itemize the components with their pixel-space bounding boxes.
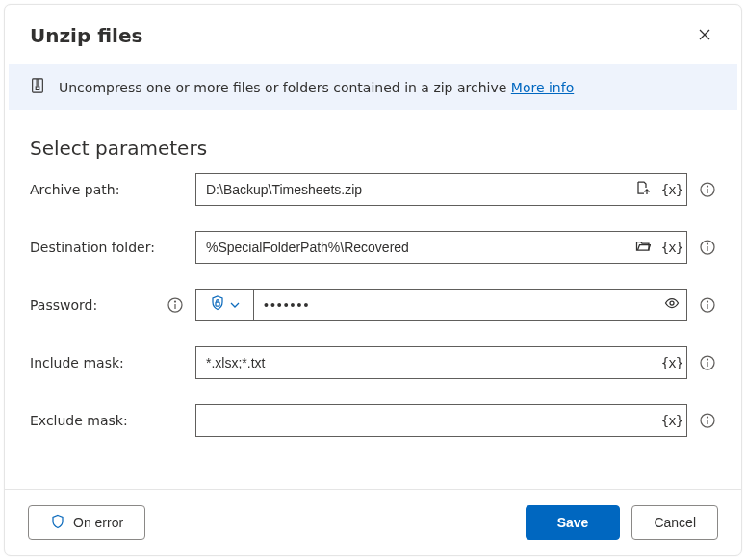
info-icon[interactable] xyxy=(699,354,716,371)
password-input[interactable] xyxy=(254,290,657,320)
svg-point-14 xyxy=(175,301,176,302)
info-icon[interactable] xyxy=(699,296,716,314)
close-button[interactable] xyxy=(689,20,720,51)
include-mask-input[interactable] xyxy=(196,347,657,378)
close-icon xyxy=(697,27,712,45)
select-file-button[interactable] xyxy=(629,174,657,205)
svg-point-8 xyxy=(707,186,708,187)
variable-picker-button[interactable]: {x} xyxy=(657,347,686,378)
exclude-mask-input[interactable] xyxy=(196,405,657,436)
credential-type-dropdown[interactable] xyxy=(196,290,254,320)
eye-icon xyxy=(664,295,680,315)
row-destination-folder: Destination folder: {x} xyxy=(30,231,716,264)
dialog-header: Unzip files xyxy=(5,5,741,64)
info-banner: Uncompress one or more files or folders … xyxy=(9,64,737,110)
svg-point-19 xyxy=(707,301,708,302)
svg-point-25 xyxy=(707,417,708,418)
input-include-mask: {x} xyxy=(195,346,687,379)
svg-rect-15 xyxy=(216,302,219,306)
chevron-down-icon xyxy=(229,296,241,315)
archive-path-input[interactable] xyxy=(196,174,629,205)
section-title: Select parameters xyxy=(5,110,741,169)
shield-lock-icon xyxy=(210,295,225,315)
cancel-button[interactable]: Cancel xyxy=(631,505,718,540)
label-exclude-mask: Exclude mask: xyxy=(30,413,184,428)
banner-text: Uncompress one or more files or folders … xyxy=(59,80,574,95)
row-password: Password: xyxy=(30,289,716,321)
folder-open-icon xyxy=(635,238,651,257)
unzip-dialog: Unzip files Uncompress one or more files… xyxy=(4,4,742,556)
svg-rect-5 xyxy=(36,87,39,90)
svg-point-16 xyxy=(670,301,674,305)
select-folder-button[interactable] xyxy=(629,232,657,263)
input-archive-path: {x} xyxy=(195,173,687,206)
label-include-mask: Include mask: xyxy=(30,355,184,370)
label-archive-path: Archive path: xyxy=(30,182,184,197)
file-picker-icon xyxy=(635,180,651,199)
variable-picker-button[interactable]: {x} xyxy=(657,174,686,205)
info-icon[interactable] xyxy=(699,181,716,198)
parameter-list: Archive path: {x} Destination folder: xyxy=(5,169,741,437)
destination-folder-input[interactable] xyxy=(196,232,629,263)
input-destination-folder: {x} xyxy=(195,231,687,264)
row-archive-path: Archive path: {x} xyxy=(30,173,716,206)
label-password: Password: xyxy=(30,296,184,314)
input-exclude-mask: {x} xyxy=(195,404,687,437)
variable-picker-button[interactable]: {x} xyxy=(657,405,686,436)
label-destination-folder: Destination folder: xyxy=(30,240,184,255)
variable-picker-button[interactable]: {x} xyxy=(657,232,686,263)
zip-icon xyxy=(30,78,45,96)
save-button[interactable]: Save xyxy=(526,505,621,540)
reveal-password-button[interactable] xyxy=(657,290,686,320)
more-info-link[interactable]: More info xyxy=(511,80,574,95)
svg-point-11 xyxy=(707,243,708,244)
input-password xyxy=(195,289,687,321)
info-icon[interactable] xyxy=(699,412,716,429)
dialog-title: Unzip files xyxy=(30,24,142,47)
shield-outline-icon xyxy=(50,514,65,532)
dialog-footer: On error Save Cancel xyxy=(5,489,741,555)
on-error-button[interactable]: On error xyxy=(28,505,145,540)
svg-point-22 xyxy=(707,359,708,360)
row-include-mask: Include mask: {x} xyxy=(30,346,716,379)
info-icon[interactable] xyxy=(167,296,184,314)
row-exclude-mask: Exclude mask: {x} xyxy=(30,404,716,437)
info-icon[interactable] xyxy=(699,239,716,256)
